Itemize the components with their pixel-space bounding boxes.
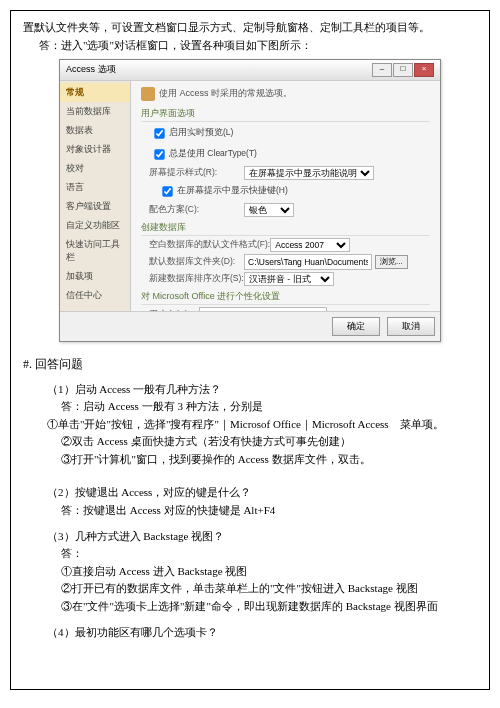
cb-shortcut-label: 在屏幕提示中显示快捷键(H) <box>177 185 288 197</box>
a3-2: ②打开已有的数据库文件，单击菜单栏上的"文件"按钮进入 Backstage 视图 <box>61 580 477 598</box>
dialog-title: Access 选项 <box>66 63 372 76</box>
cancel-button[interactable]: 取消 <box>387 317 435 336</box>
username-input[interactable] <box>199 307 327 311</box>
username-label: 用户名(U): <box>149 309 199 311</box>
sidebar-item-proofing[interactable]: 校对 <box>60 159 130 178</box>
cb-cleartype[interactable] <box>154 149 164 159</box>
dialog-body: 常规 当前数据库 数据表 对象设计器 校对 语言 客户端设置 自定义功能区 快速… <box>60 81 440 311</box>
sidebar-item-ribbon[interactable]: 自定义功能区 <box>60 216 130 235</box>
sidebar-item-general[interactable]: 常规 <box>60 83 130 102</box>
a3-1: ①直接启动 Access 进入 Backstage 视图 <box>61 563 477 581</box>
dialog-footer: 确定 取消 <box>60 311 440 341</box>
close-icon[interactable]: × <box>414 63 434 77</box>
maximize-icon[interactable]: □ <box>393 63 413 77</box>
settings-icon <box>141 87 155 101</box>
sidebar-item-currentdb[interactable]: 当前数据库 <box>60 102 130 121</box>
a1-2: ②双击 Access 桌面快捷方式（若没有快捷方式可事先创建） <box>61 433 477 451</box>
cb-livepreview-label: 启用实时预览(L) <box>169 127 233 139</box>
color-label: 配色方案(C): <box>149 204 244 216</box>
a1: 答：启动 Access 一般有 3 种方法，分别是 <box>61 398 477 416</box>
options-panel: 使用 Access 时采用的常规选项。 用户界面选项 启用实时预览(L) 总是使… <box>131 81 440 311</box>
section-personal: 对 Microsoft Office 进行个性化设置 <box>141 290 430 305</box>
sidebar-item-addins[interactable]: 加载项 <box>60 267 130 286</box>
q2: （2）按键退出 Access，对应的键是什么？ <box>47 484 477 502</box>
format-label: 空白数据库的默认文件格式(F): <box>149 239 270 251</box>
dialog-titlebar: Access 选项 – □ × <box>60 60 440 81</box>
a3-3: ③在"文件"选项卡上选择"新建"命令，即出现新建数据库的 Backstage 视… <box>61 598 477 616</box>
sort-select[interactable]: 汉语拼音 - 旧式 <box>244 272 334 286</box>
cb-livepreview[interactable] <box>154 128 164 138</box>
q4: （4）最初功能区有哪几个选项卡？ <box>47 624 477 642</box>
sidebar-item-trust[interactable]: 信任中心 <box>60 286 130 305</box>
sidebar-item-designer[interactable]: 对象设计器 <box>60 140 130 159</box>
intro-text: 置默认文件夹等，可设置文档窗口显示方式、定制导航窗格、定制工具栏的项目等。 <box>23 19 477 36</box>
answer-lead: 答：进入"选项"对话框窗口，设置各种项目如下图所示： <box>39 38 477 53</box>
panel-header: 使用 Access 时采用的常规选项。 <box>141 87 430 101</box>
panel-title: 使用 Access 时采用的常规选项。 <box>159 87 292 100</box>
sidebar-item-datasheet[interactable]: 数据表 <box>60 121 130 140</box>
section-createdb: 创建数据库 <box>141 221 430 236</box>
a1-3: ③打开"计算机"窗口，找到要操作的 Access 数据库文件，双击。 <box>61 451 477 469</box>
ok-button[interactable]: 确定 <box>332 317 380 336</box>
screentip-label: 屏幕提示样式(R): <box>149 167 244 179</box>
format-select[interactable]: Access 2007 <box>270 238 350 252</box>
a2: 答：按键退出 Access 对应的快捷键是 Alt+F4 <box>61 502 477 520</box>
a1-1: ①单击"开始"按钮，选择"搜有程序"｜Microsof Office｜Micro… <box>47 416 477 434</box>
cb-shortcut[interactable] <box>162 186 172 196</box>
q1: （1）启动 Access 一般有几种方法？ <box>47 381 477 399</box>
folder-input[interactable] <box>244 254 372 270</box>
sidebar-item-client[interactable]: 客户端设置 <box>60 197 130 216</box>
screentip-select[interactable]: 在屏幕提示中显示功能说明 <box>244 166 374 180</box>
color-select[interactable]: 银色 <box>244 203 294 217</box>
options-sidebar: 常规 当前数据库 数据表 对象设计器 校对 语言 客户端设置 自定义功能区 快速… <box>60 81 131 311</box>
window-buttons: – □ × <box>372 63 434 77</box>
document-page: 置默认文件夹等，可设置文档窗口显示方式、定制导航窗格、定制工具栏的项目等。 答：… <box>10 10 490 690</box>
cb-cleartype-label: 总是使用 ClearType(T) <box>169 148 257 160</box>
section-ui: 用户界面选项 <box>141 107 430 122</box>
sidebar-item-language[interactable]: 语言 <box>60 178 130 197</box>
folder-label: 默认数据库文件夹(D): <box>149 256 244 268</box>
minimize-icon[interactable]: – <box>372 63 392 77</box>
qa-block: （1）启动 Access 一般有几种方法？ 答：启动 Access 一般有 3 … <box>47 381 477 642</box>
sidebar-item-qat[interactable]: 快速访问工具栏 <box>60 235 130 267</box>
section-heading: #. 回答问题 <box>23 356 477 373</box>
browse-button[interactable]: 浏览... <box>375 255 408 269</box>
a3: 答： <box>61 545 477 563</box>
sort-label: 新建数据库排序次序(S): <box>149 273 244 285</box>
q3: （3）几种方式进入 Backstage 视图？ <box>47 528 477 546</box>
options-dialog: Access 选项 – □ × 常规 当前数据库 数据表 对象设计器 校对 语言… <box>59 59 441 342</box>
